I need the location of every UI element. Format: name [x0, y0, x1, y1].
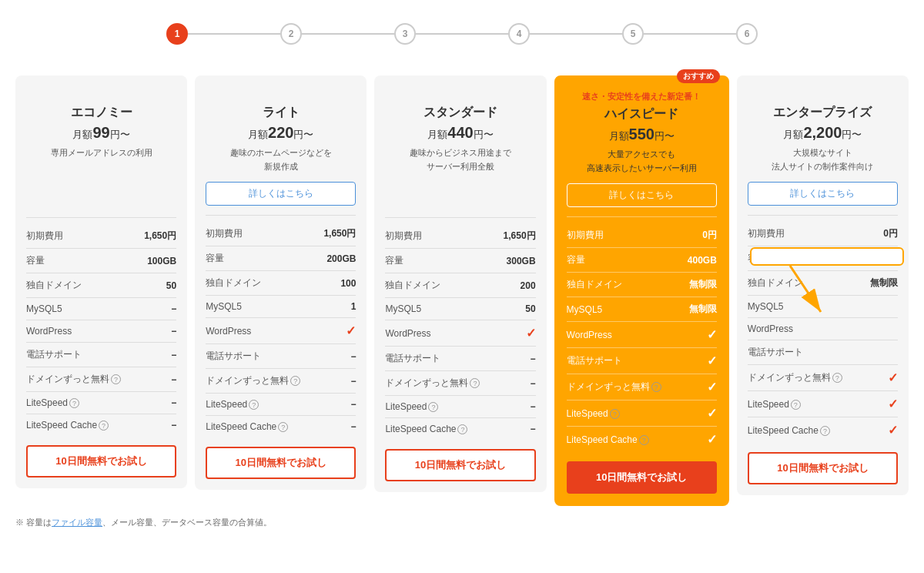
spec-value-lite-2: 100	[340, 278, 356, 289]
spec-value-standard-2: 200	[521, 280, 536, 291]
spec-row-highspeed-6: ドメインずっと無料?✓	[567, 374, 717, 400]
spec-row-standard-0: 初期費用1,650円	[385, 224, 535, 249]
spec-value-enterprise-7: ✓	[888, 397, 898, 411]
question-mark-icon[interactable]: ?	[457, 424, 467, 434]
spec-value-economy-0: 1,650円	[144, 230, 176, 243]
spec-row-economy-1: 容量100GB	[26, 249, 176, 273]
detail-button-lite[interactable]: 詳しくはこちら	[206, 182, 356, 206]
step-4: 4	[508, 23, 530, 45]
trial-button-standard[interactable]: 10日間無料でお試し	[385, 449, 535, 481]
spec-label-lite-8: LiteSpeed Cache?	[206, 421, 288, 432]
spec-label-lite-6: ドメインずっと無料?	[206, 374, 300, 387]
spec-row-lite-2: 独自ドメイン100	[206, 271, 356, 296]
question-mark-icon[interactable]: ?	[820, 426, 830, 436]
step-6: 6	[736, 23, 758, 45]
spec-row-standard-4: WordPress✓	[385, 320, 535, 347]
spec-row-economy-6: ドメインずっと無料?−	[26, 367, 176, 392]
tooltip-box	[750, 247, 904, 266]
question-mark-icon[interactable]: ?	[791, 400, 801, 410]
spec-label-lite-3: MySQL5	[206, 301, 242, 312]
plan-card-lite: ライト月額220円〜趣味のホームページなどを新規作成詳しくはこちら初期費用1,6…	[195, 75, 367, 490]
spec-row-lite-7: LiteSpeed?−	[206, 394, 356, 416]
plan-price-lite: 月額220円〜	[206, 124, 356, 142]
spec-label-enterprise-7: LiteSpeed?	[748, 399, 801, 410]
question-mark-icon[interactable]: ?	[428, 402, 438, 412]
trial-button-economy[interactable]: 10日間無料でお試し	[26, 445, 176, 478]
spec-row-economy-3: MySQL5−	[26, 298, 176, 320]
spec-value-lite-4: ✓	[346, 323, 356, 338]
spec-row-economy-2: 独自ドメイン50	[26, 273, 176, 298]
spec-label-economy-2: 独自ドメイン	[26, 279, 82, 292]
spec-label-highspeed-0: 初期費用	[567, 229, 604, 242]
spec-label-enterprise-4: WordPress	[748, 323, 793, 334]
spec-value-standard-8: −	[531, 424, 536, 434]
question-mark-icon[interactable]: ?	[470, 378, 480, 388]
spec-value-standard-0: 1,650円	[504, 230, 536, 243]
spec-row-economy-0: 初期費用1,650円	[26, 224, 176, 249]
spec-row-highspeed-7: LiteSpeed?✓	[567, 400, 717, 427]
spec-value-economy-3: −	[171, 303, 176, 314]
spec-row-highspeed-5: 電話サポート✓	[567, 348, 717, 374]
spec-value-highspeed-1: 400GB	[688, 255, 717, 266]
detail-button-enterprise[interactable]: 詳しくはこちら	[748, 182, 898, 206]
question-mark-icon[interactable]: ?	[111, 374, 121, 384]
spec-label-lite-4: WordPress	[206, 326, 251, 337]
spec-label-standard-2: 独自ドメイン	[385, 279, 440, 292]
spec-value-economy-2: 50	[166, 280, 176, 291]
spec-label-enterprise-6: ドメインずっと無料?	[748, 371, 842, 384]
spec-label-lite-5: 電話サポート	[206, 350, 261, 363]
spec-label-economy-3: MySQL5	[26, 303, 62, 314]
question-mark-icon[interactable]: ?	[290, 376, 300, 386]
spec-value-enterprise-2: 無制限	[870, 276, 898, 290]
spec-row-standard-8: LiteSpeed Cache?−	[385, 418, 535, 440]
question-mark-icon[interactable]: ?	[610, 409, 620, 419]
spec-value-lite-1: 200GB	[326, 253, 356, 264]
spec-value-standard-5: −	[531, 354, 536, 364]
spec-row-standard-7: LiteSpeed?−	[385, 396, 535, 418]
tooltip-arrow	[775, 266, 844, 320]
spec-value-standard-3: 50	[525, 303, 535, 314]
plan-price-highspeed: 月額550円〜	[567, 126, 717, 143]
spec-label-standard-7: LiteSpeed?	[385, 401, 438, 412]
spec-value-economy-6: −	[171, 374, 176, 385]
spec-label-economy-5: 電話サポート	[26, 348, 82, 361]
question-mark-icon[interactable]: ?	[278, 422, 288, 432]
spec-value-lite-7: −	[350, 399, 356, 410]
plan-price-standard: 月額440円〜	[385, 124, 535, 142]
plan-announcement-lite	[206, 89, 356, 102]
spec-label-highspeed-5: 電話サポート	[567, 354, 622, 367]
spec-label-economy-4: WordPress	[26, 326, 72, 337]
spec-label-standard-3: MySQL5	[385, 303, 421, 314]
plan-name-standard: スタンダード	[385, 105, 535, 121]
plan-price-enterprise: 月額2,200円〜	[748, 124, 898, 142]
plan-announcement-enterprise	[748, 89, 898, 102]
spec-row-highspeed-8: LiteSpeed Cache?✓	[567, 427, 717, 452]
detail-button-highspeed[interactable]: 詳しくはこちら	[567, 183, 717, 207]
spec-label-standard-6: ドメインずっと無料?	[385, 377, 480, 390]
question-mark-icon[interactable]: ?	[249, 400, 259, 410]
question-mark-icon[interactable]: ?	[832, 373, 842, 383]
spec-row-enterprise-6: ドメインずっと無料?✓	[748, 365, 898, 391]
spec-row-lite-3: MySQL51	[206, 296, 356, 318]
question-mark-icon[interactable]: ?	[651, 382, 661, 392]
plan-description-economy: 専用メールアドレスの利用	[26, 146, 176, 174]
step-line-1	[188, 33, 280, 35]
question-mark-icon[interactable]: ?	[99, 421, 109, 431]
footnote: ※ 容量はファイル容量、メール容量、データベース容量の合算値。	[15, 517, 909, 528]
spec-label-lite-0: 初期費用	[206, 227, 243, 240]
footnote-link[interactable]: ファイル容量	[52, 518, 102, 527]
question-mark-icon[interactable]: ?	[639, 435, 649, 445]
spec-row-highspeed-1: 容量400GB	[567, 248, 717, 273]
spec-row-standard-1: 容量300GB	[385, 249, 535, 273]
spec-row-lite-4: WordPress✓	[206, 318, 356, 344]
spec-value-highspeed-4: ✓	[707, 327, 717, 342]
question-mark-icon[interactable]: ?	[69, 398, 79, 408]
trial-button-highspeed[interactable]: 10日間無料でお試し	[567, 461, 717, 494]
plan-description-lite: 趣味のホームページなどを新規作成	[206, 146, 356, 174]
trial-button-lite[interactable]: 10日間無料でお試し	[206, 447, 356, 479]
spec-row-highspeed-4: WordPress✓	[567, 322, 717, 348]
trial-button-enterprise[interactable]: 10日間無料でお試し	[748, 452, 898, 484]
spec-value-enterprise-6: ✓	[888, 370, 898, 385]
spec-row-economy-7: LiteSpeed?−	[26, 392, 176, 414]
step-indicator: 1 2 3 4 5 6	[15, 15, 909, 52]
